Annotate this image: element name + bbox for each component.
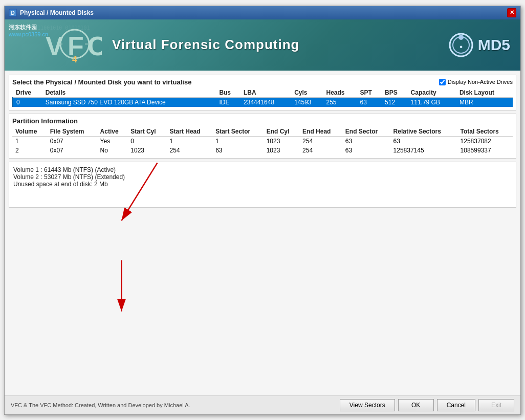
disk-section: Select the Physical / Mounted Disk you w… [9, 75, 516, 110]
md5-label: MD5 [478, 36, 510, 54]
cancel-button[interactable]: Cancel [437, 399, 475, 411]
part-col-starthead: Start Head [167, 127, 213, 137]
app-title: Virtual Forensic Computing [112, 37, 299, 53]
partition-section-title: Partition Information [12, 117, 78, 125]
disk-col-heads: Heads [323, 88, 357, 98]
partition-table: Volume File System Active Start Cyl Star… [12, 127, 513, 155]
svg-text:-: - [59, 36, 63, 50]
partition-cell-10: 108599337 [457, 146, 513, 155]
disk-cell-7: 512 [382, 97, 407, 107]
disk-col-capacity: Capacity [408, 88, 456, 98]
partition-cell-7: 254 [299, 146, 342, 155]
disk-table-row[interactable]: 0Samsung SSD 750 EVO 120GB ATA DeviceIDE… [13, 97, 513, 107]
disk-section-header: Select the Physical / Mounted Disk you w… [12, 78, 513, 86]
partition-cell-5: 1 [212, 136, 264, 146]
display-non-active-checkbox[interactable] [439, 79, 446, 85]
disk-col-cyls: Cyls [291, 88, 323, 98]
partition-table-row[interactable]: 10x07Yes01110232546363125837082 [12, 136, 513, 146]
partition-cell-0: 1 [12, 136, 47, 146]
exit-button[interactable]: Exit [478, 399, 514, 411]
disk-table: Drive Details Bus LBA Cyls Heads SPT BPS… [12, 88, 513, 107]
part-col-volume: Volume [12, 127, 47, 137]
watermark-line1: 河东软件园 [9, 24, 48, 31]
view-sectors-button[interactable]: View Sectors [340, 399, 395, 411]
info-text-area: Volume 1 : 61443 Mb (NTFS) (Active)Volum… [9, 162, 516, 208]
disk-cell-0: 0 [13, 97, 42, 107]
vfc-logo: V F - - C 4 [46, 26, 102, 64]
partition-cell-2: Yes [97, 136, 128, 146]
partition-cell-7: 254 [299, 136, 342, 146]
partition-cell-2: No [97, 146, 128, 155]
disk-col-lba: LBA [240, 88, 291, 98]
partition-cell-9: 63 [390, 136, 457, 146]
disk-col-details: Details [42, 88, 216, 98]
titlebar: D Physical / Mounted Disks ✕ [5, 6, 520, 19]
disk-col-spt: SPT [357, 88, 382, 98]
disk-col-bus: Bus [216, 88, 240, 98]
partition-cell-8: 63 [342, 136, 390, 146]
partition-cell-6: 1023 [264, 146, 299, 155]
close-button[interactable]: ✕ [507, 8, 516, 17]
svg-text:C: C [88, 31, 102, 61]
disk-cell-3: 234441648 [240, 97, 291, 107]
disk-col-layout: Disk Layout [456, 88, 513, 98]
vfc-graphic: V F - - C 4 [46, 26, 102, 64]
disk-cell-1: Samsung SSD 750 EVO 120GB ATA Device [42, 97, 216, 107]
part-col-endsector: End Sector [342, 127, 390, 137]
partition-cell-6: 1023 [264, 136, 299, 146]
partition-section: Partition Information Volume File System… [9, 114, 516, 159]
footer-buttons: View Sectors OK Cancel Exit [340, 399, 514, 411]
disk-cell-8: 111.79 GB [408, 97, 456, 107]
part-col-relsectors: Relative Sectors [390, 127, 457, 137]
copyright-text: VFC & The VFC Method: Created, Written a… [11, 402, 190, 408]
partition-cell-1: 0x07 [47, 136, 97, 146]
svg-point-11 [458, 35, 464, 40]
sections-wrapper: Partition Information Volume File System… [9, 114, 516, 391]
header-banner: 河东软件园 www.pc0359.cn V F - - C 4 [5, 19, 520, 71]
partition-cell-4: 1 [167, 136, 213, 146]
info-line: Volume 2 : 53027 Mb (NTFS) (Extended) [13, 173, 512, 181]
disk-col-bps: BPS [382, 88, 407, 98]
disk-cell-6: 63 [357, 97, 382, 107]
disk-cell-9: MBR [456, 97, 513, 107]
disk-cell-4: 14593 [291, 97, 323, 107]
titlebar-left: D Physical / Mounted Disks [9, 9, 94, 17]
info-line: Volume 1 : 61443 Mb (NTFS) (Active) [13, 166, 512, 173]
svg-text:4: 4 [72, 54, 77, 64]
partition-cell-10: 125837082 [457, 136, 513, 146]
part-col-endhead: End Head [299, 127, 342, 137]
part-col-startsector: Start Sector [212, 127, 264, 137]
disk-col-drive: Drive [13, 88, 42, 98]
footer: VFC & The VFC Method: Created, Written a… [5, 395, 520, 414]
info-line: Unused space at end of disk: 2 Mb [13, 181, 512, 188]
watermark-line2: www.pc0359.cn [9, 31, 48, 37]
partition-cell-8: 63 [342, 146, 390, 155]
ok-button[interactable]: OK [398, 399, 434, 411]
content-area: Select the Physical / Mounted Disk you w… [5, 71, 520, 395]
display-non-active-label: Display Non-Active Drives [448, 79, 513, 85]
watermark: 河东软件园 www.pc0359.cn [9, 24, 48, 37]
main-window: D Physical / Mounted Disks ✕ 河东软件园 www.p… [4, 6, 521, 415]
disk-section-title: Select the Physical / Mounted Disk you w… [12, 78, 191, 86]
svg-text:●: ● [459, 43, 463, 50]
partition-cell-4: 254 [167, 146, 213, 155]
partition-cell-9: 125837145 [390, 146, 457, 155]
app-icon: D [9, 9, 17, 17]
window-title: Physical / Mounted Disks [20, 9, 94, 16]
partition-cell-3: 0 [127, 136, 166, 146]
partition-cell-3: 1023 [127, 146, 166, 155]
part-col-active: Active [97, 127, 128, 137]
md5-logo: ● MD5 [448, 32, 510, 58]
disk-cell-2: IDE [216, 97, 240, 107]
partition-cell-5: 63 [212, 146, 264, 155]
partition-cell-0: 2 [12, 146, 47, 155]
partition-table-row[interactable]: 20x07No102325463102325463125837145108599… [12, 146, 513, 155]
display-non-active-row: Display Non-Active Drives [439, 79, 513, 85]
part-col-startcyl: Start Cyl [127, 127, 166, 137]
svg-text:D: D [11, 10, 14, 16]
md5-icon: ● [448, 32, 474, 58]
part-col-filesystem: File System [47, 127, 97, 137]
part-col-totalsectors: Total Sectors [457, 127, 513, 137]
partition-section-header: Partition Information [12, 117, 513, 125]
partition-cell-1: 0x07 [47, 146, 97, 155]
